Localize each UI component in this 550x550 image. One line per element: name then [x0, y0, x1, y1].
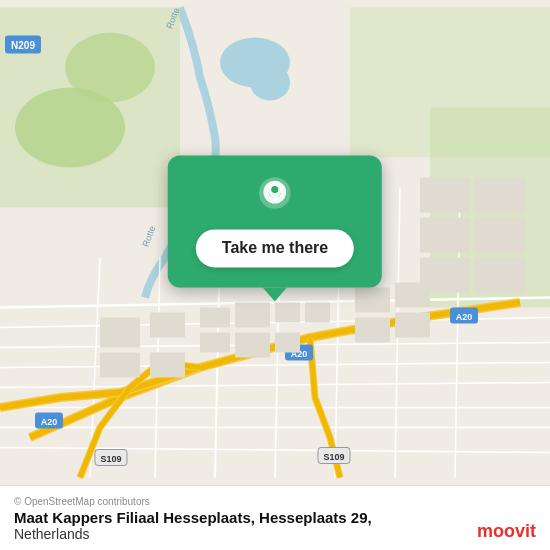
svg-text:A20: A20 — [41, 417, 58, 427]
popup-card: Take me there — [168, 155, 382, 287]
svg-text:S109: S109 — [323, 452, 344, 462]
svg-rect-53 — [475, 178, 525, 213]
svg-rect-38 — [235, 303, 270, 328]
bottom-bar: © OpenStreetMap contributors Maat Kapper… — [0, 485, 550, 550]
map-area: N209 A20 A20 A20 S109 S109 Rotte Rotte — [0, 0, 550, 485]
svg-rect-45 — [150, 313, 185, 338]
location-info: Maat Kappers Filiaal Hesseplaats, Hessep… — [14, 509, 372, 542]
svg-rect-39 — [275, 303, 300, 323]
location-name: Maat Kappers Filiaal Hesseplaats, Hessep… — [14, 509, 372, 526]
svg-point-61 — [271, 185, 278, 192]
svg-rect-43 — [275, 333, 300, 353]
popup-tail — [263, 287, 287, 301]
svg-rect-52 — [420, 178, 470, 213]
svg-rect-50 — [355, 318, 390, 343]
moovit-logo: moovit — [477, 521, 536, 542]
moovit-text: moovit — [477, 521, 536, 542]
svg-text:S109: S109 — [100, 454, 121, 464]
svg-rect-46 — [100, 353, 140, 378]
svg-rect-40 — [305, 303, 330, 323]
svg-rect-44 — [100, 318, 140, 348]
svg-rect-47 — [150, 353, 185, 378]
location-pin-icon — [253, 175, 297, 219]
app-container: N209 A20 A20 A20 S109 S109 Rotte Rotte — [0, 0, 550, 550]
svg-rect-54 — [420, 218, 470, 253]
bottom-footer: Maat Kappers Filiaal Hesseplaats, Hessep… — [14, 509, 536, 542]
svg-text:A20: A20 — [456, 312, 473, 322]
svg-rect-41 — [200, 333, 230, 353]
svg-rect-55 — [475, 218, 525, 253]
location-country: Netherlands — [14, 526, 372, 542]
svg-point-5 — [65, 33, 155, 103]
svg-text:N209: N209 — [11, 40, 35, 51]
svg-rect-42 — [235, 333, 270, 358]
svg-point-2 — [250, 65, 290, 101]
svg-rect-37 — [200, 308, 230, 328]
attribution: © OpenStreetMap contributors — [14, 496, 536, 507]
svg-rect-57 — [475, 258, 525, 293]
svg-rect-51 — [395, 313, 430, 338]
svg-rect-56 — [420, 258, 470, 293]
take-me-there-button[interactable]: Take me there — [196, 229, 354, 267]
popup-overlay: Take me there — [168, 155, 382, 301]
